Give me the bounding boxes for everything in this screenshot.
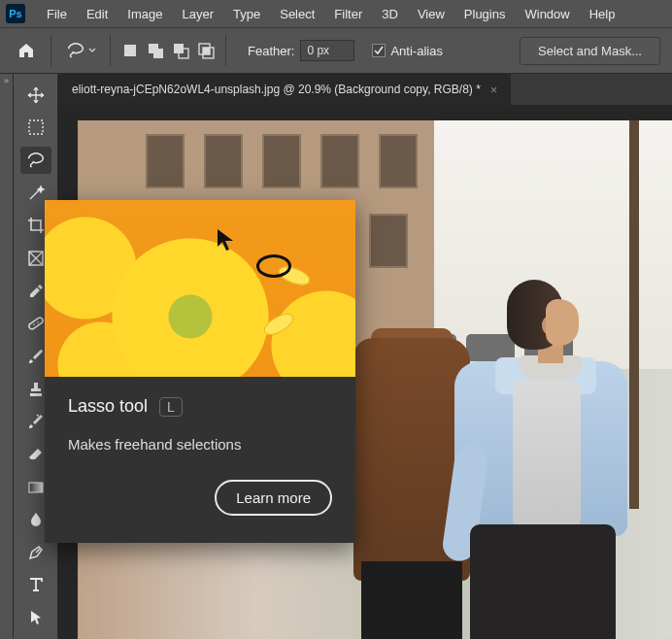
lasso-tool[interactable]	[20, 147, 51, 174]
menu-type[interactable]: Type	[225, 3, 268, 25]
stamp-icon	[26, 380, 46, 399]
anti-alias-label: Anti-alias	[390, 44, 442, 58]
gradient-icon	[26, 478, 46, 497]
marquee-icon	[26, 118, 46, 137]
feather-label: Feather:	[248, 44, 294, 58]
menu-plugins[interactable]: Plugins	[456, 3, 514, 25]
document-tab-title: eliott-reyna-jCEpN62oWL4-unsplash.jpg @ …	[72, 83, 481, 96]
check-icon	[374, 46, 384, 55]
home-button[interactable]	[12, 36, 41, 65]
svg-rect-0	[124, 45, 136, 56]
tooltip-preview-image	[45, 200, 355, 377]
tooltip-shortcut: L	[159, 397, 183, 417]
eyedropper-icon	[26, 282, 46, 301]
menu-image[interactable]: Image	[119, 3, 170, 25]
pen-icon	[26, 543, 46, 562]
selection-new-icon[interactable]	[120, 41, 140, 60]
menu-help[interactable]: Help	[582, 3, 623, 25]
panel-collapse-handle[interactable]: »	[0, 74, 14, 639]
svg-rect-7	[203, 48, 210, 54]
history-brush-icon	[26, 412, 46, 431]
pen-tool[interactable]	[20, 539, 51, 566]
arrow-cursor-icon	[26, 608, 46, 627]
menu-edit[interactable]: Edit	[79, 3, 116, 25]
path-selection-tool[interactable]	[20, 604, 51, 631]
divider	[110, 35, 111, 66]
tool-tooltip: Lasso tool L Makes freehand selections L…	[45, 200, 355, 543]
type-icon	[26, 575, 46, 594]
drop-icon	[26, 510, 46, 529]
chevron-down-icon	[88, 47, 96, 54]
tooltip-description: Makes freehand selections	[68, 436, 332, 453]
svg-rect-9	[29, 252, 43, 265]
move-icon	[26, 85, 46, 105]
home-icon	[17, 41, 36, 60]
anti-alias-checkbox[interactable]: Anti-alias	[372, 44, 442, 58]
svg-rect-2	[153, 49, 163, 58]
selection-subtract-icon[interactable]	[171, 41, 190, 60]
feather-input[interactable]	[300, 40, 354, 61]
menu-layer[interactable]: Layer	[175, 3, 222, 25]
svg-rect-10	[27, 317, 44, 330]
move-tool[interactable]	[20, 82, 51, 109]
document-tab[interactable]: eliott-reyna-jCEpN62oWL4-unsplash.jpg @ …	[58, 74, 511, 105]
eraser-icon	[26, 445, 46, 464]
svg-point-12	[37, 321, 39, 323]
menu-3d[interactable]: 3D	[374, 3, 406, 25]
menu-filter[interactable]: Filter	[326, 3, 370, 25]
document-tab-bar: eliott-reyna-jCEpN62oWL4-unsplash.jpg @ …	[58, 74, 672, 105]
svg-rect-13	[29, 483, 43, 492]
current-tool-indicator[interactable]	[61, 39, 100, 62]
lasso-icon	[25, 151, 47, 170]
close-icon[interactable]: ×	[490, 83, 498, 97]
marquee-tool[interactable]	[20, 115, 51, 142]
options-bar: Feather: Anti-alias Select and Mask...	[0, 27, 672, 74]
menu-select[interactable]: Select	[272, 3, 322, 25]
svg-rect-8	[29, 120, 43, 134]
divider	[225, 35, 226, 66]
menu-bar: Ps File Edit Image Layer Type Select Fil…	[0, 0, 672, 27]
divider	[50, 35, 51, 66]
photoshop-logo-icon: Ps	[6, 4, 25, 23]
menu-window[interactable]: Window	[517, 3, 577, 25]
person-main	[449, 280, 633, 639]
lasso-icon	[65, 41, 86, 60]
frame-icon	[26, 249, 46, 268]
tooltip-title: Lasso tool	[68, 396, 148, 417]
selection-add-icon[interactable]	[146, 41, 165, 60]
select-and-mask-button[interactable]: Select and Mask...	[520, 37, 660, 65]
wand-icon	[26, 184, 46, 203]
selection-mode-group	[120, 41, 216, 60]
svg-point-11	[33, 323, 35, 325]
crop-icon	[26, 216, 46, 235]
learn-more-button[interactable]: Learn more	[215, 480, 332, 516]
type-tool[interactable]	[20, 572, 51, 599]
brush-icon	[26, 347, 46, 366]
menu-file[interactable]: File	[39, 3, 75, 25]
cursor-icon	[216, 227, 237, 252]
bandage-icon	[26, 314, 46, 333]
selection-intersect-icon[interactable]	[196, 41, 216, 60]
menu-view[interactable]: View	[410, 3, 453, 25]
